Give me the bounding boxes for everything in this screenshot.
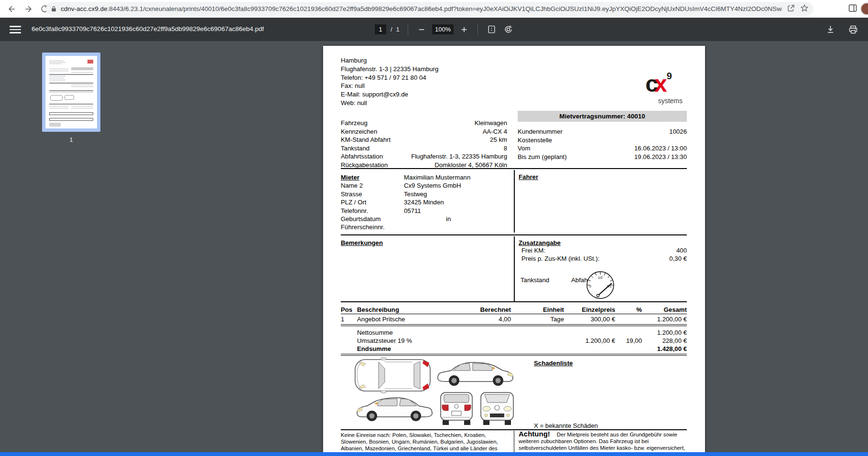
cell-pos: 1 <box>341 316 344 323</box>
taskbar-edge <box>0 452 868 456</box>
divider <box>341 234 687 235</box>
cell-unit-price: 300,00 € <box>563 316 615 323</box>
field-value: 0,30 € <box>669 255 687 263</box>
table-row-divider <box>341 324 687 326</box>
logo-9: 9 <box>667 71 672 81</box>
col-header-unit: Einheit <box>516 306 564 313</box>
cell-calculated: 4,00 <box>463 316 511 323</box>
zoom-in-button[interactable] <box>458 23 470 36</box>
remarks-title: Bemerkungen <box>341 239 383 246</box>
page-number-input[interactable]: 1 <box>375 24 386 34</box>
field-value: 05711 <box>404 207 421 215</box>
url-text: cdnv-acc.cx9.de:8443/6.23.1/cxneunalena/… <box>61 5 782 12</box>
zoom-out-button[interactable] <box>415 23 428 36</box>
sender-line: Telefon: +49 571 / 97 21 80 04 <box>341 74 438 82</box>
summary-label: Umsatzsteuer 19 % <box>357 337 412 344</box>
page-zoom-controls: 1 / 1 100% <box>375 18 514 41</box>
col-header-unit-price: Einzelpreis <box>563 306 615 313</box>
field-value: 10026 <box>669 127 687 136</box>
field-value: 25 km <box>490 136 507 144</box>
plus-icon <box>460 26 468 33</box>
print-icon <box>848 25 858 34</box>
thumbnail-panel: 1 <box>42 53 100 143</box>
print-button[interactable] <box>847 23 859 36</box>
field-value: 400 <box>676 246 687 255</box>
pdf-viewer-toolbar: 6e0c3fa8c9933709c7626c1021936c60d27e2ff9… <box>0 18 868 41</box>
logo-x: x <box>654 71 666 96</box>
table-bottom-divider <box>341 354 687 356</box>
contract-info-block: Kundennummer10026 Kostenstelle Vom16.06.… <box>518 127 687 161</box>
back-arrow-icon <box>7 4 17 14</box>
renter-name: Maximilian Mustermann <box>404 173 470 181</box>
field-value: 8 <box>504 144 507 153</box>
gauge-label-empty: 0 <box>589 285 591 288</box>
share-button[interactable] <box>787 4 795 14</box>
thumbnail-preview <box>45 56 97 128</box>
summary-total: 228,00 € <box>634 337 687 344</box>
sender-line: Fax: null <box>341 82 438 90</box>
page-total-label: / 1 <box>391 26 401 33</box>
thumbnail-page-number: 1 <box>42 136 100 143</box>
car-rear-view-diagram <box>438 391 475 426</box>
attention-title: Achtung! <box>519 430 550 438</box>
field-value: 19.06.2023 / 13:30 <box>634 153 687 161</box>
car-top-view-diagram <box>354 357 432 393</box>
field-label: Geburtsdatum <box>341 215 404 223</box>
field-label: Führerscheinnr. <box>341 223 404 231</box>
download-button[interactable] <box>824 23 836 36</box>
fuel-label: Tankstand <box>521 276 549 284</box>
field-value: Kleinwagen <box>475 119 507 127</box>
field-value: Testweg <box>404 190 427 198</box>
col-header-total: Gesamt <box>634 306 687 313</box>
summary-row-net: Nettosumme 1.200,00 € <box>341 329 687 337</box>
field-label: Name 2 <box>341 181 404 190</box>
url-domain: cdnv-acc.cx9.de <box>61 5 108 12</box>
car-side-view-right-diagram <box>436 359 515 387</box>
fuel-gauge: 0 1/2 0/1 <box>584 267 617 301</box>
zoom-level[interactable]: 100% <box>432 24 454 34</box>
field-label: Kundennummer <box>518 127 563 136</box>
summary-label: Nettosumme <box>357 329 393 336</box>
menu-button[interactable] <box>10 24 21 34</box>
field-label: Bis zum (geplant) <box>518 153 567 161</box>
field-label: PLZ / Ort <box>341 198 404 206</box>
side-panel-icon <box>848 3 857 13</box>
divider <box>341 168 687 169</box>
page-thumbnail[interactable] <box>42 53 100 132</box>
col-header-calculated: Berechnet <box>463 306 511 313</box>
bookmark-button[interactable] <box>800 4 809 14</box>
forward-button[interactable] <box>20 2 36 16</box>
back-button[interactable] <box>4 2 20 16</box>
column-divider <box>514 170 515 233</box>
field-label: Vom <box>518 144 530 153</box>
sender-line: Flughafenstr. 1-3 | 22335 Hamburg <box>341 65 438 74</box>
gauge-label-half: 1/2 <box>598 276 603 279</box>
driver-title: Fahrer <box>519 173 538 180</box>
toolbar-separator <box>477 24 478 35</box>
vehicle-info-block: FahrzeugKleinwagen KennzeichenAA-CX 4 KM… <box>341 119 507 169</box>
download-icon <box>826 25 835 34</box>
car-side-view-left-diagram <box>355 394 434 422</box>
field-label: Preis p. Zus-KM (inkl. USt.): <box>521 255 599 263</box>
side-panel-button[interactable] <box>848 3 857 15</box>
profile-avatar[interactable] <box>860 2 868 15</box>
address-bar[interactable]: cdnv-acc.cx9.de:8443/6.23.1/cxneunalena/… <box>46 2 814 16</box>
car-front-view-diagram <box>478 391 516 426</box>
table-row: 1 Angebot Pritsche 4,00 Tage 300,00 € 1.… <box>341 316 687 324</box>
field-label: Abfahrtsstation <box>341 152 383 161</box>
extra-info-block: Zusatzangabe Frei KM:400 Preis p. Zus-KM… <box>519 239 687 263</box>
field-label: Telefonnr. <box>341 207 404 215</box>
summary-row-grand-total: Endsumme 1.428,00 € <box>341 345 687 353</box>
lock-icon <box>51 5 57 12</box>
sender-line: E-Mail: support@cx9.de <box>341 90 438 99</box>
cx9-logo: cx9 systems <box>630 65 687 105</box>
field-label: Fahrzeug <box>341 119 368 127</box>
cell-unit: Tage <box>516 316 564 323</box>
star-icon <box>800 4 809 12</box>
field-value: Cx9 Systems GmbH <box>404 181 461 190</box>
rotate-button[interactable] <box>502 23 514 36</box>
fit-page-button[interactable] <box>485 23 498 36</box>
renter-block: MieterMaximilian Mustermann Name 2Cx9 Sy… <box>341 173 507 232</box>
sender-address-block: Hamburg Flughafenstr. 1-3 | 22335 Hambur… <box>341 56 438 107</box>
divider <box>341 301 687 302</box>
